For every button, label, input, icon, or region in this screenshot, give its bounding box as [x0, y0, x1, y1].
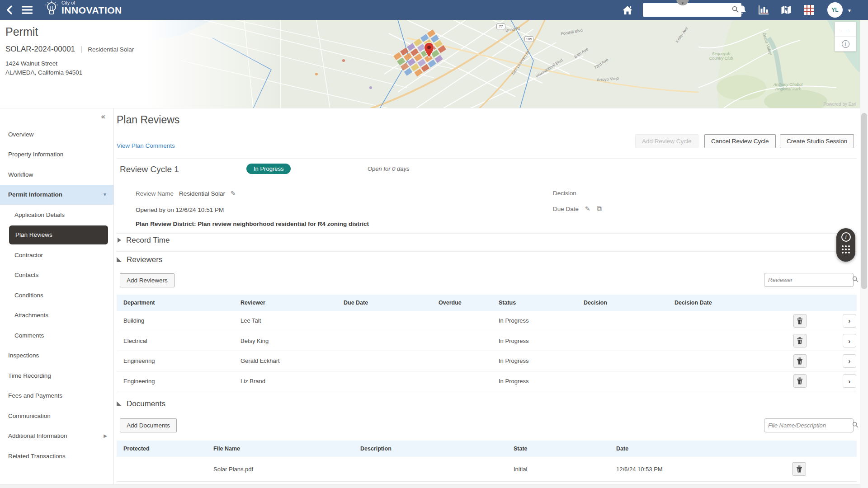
sidebar-item-related-transactions[interactable]: Related Transactions — [0, 446, 113, 466]
open-reviewer-detail-button[interactable]: › — [843, 374, 856, 388]
expanded-triangle-icon — [117, 399, 122, 408]
avatar[interactable]: YL — [827, 2, 843, 18]
sidebar-item-fees-and-payments[interactable]: Fees and Payments — [0, 386, 113, 406]
file-search — [764, 418, 854, 432]
sidebar-collapse-icon[interactable]: « — [101, 112, 105, 121]
decision-label: Decision — [553, 190, 576, 197]
delete-reviewer-button[interactable] — [793, 314, 807, 328]
cancel-review-cycle-button[interactable]: Cancel Review Cycle — [704, 134, 776, 148]
sidebar-item-overview[interactable]: Overview — [0, 124, 113, 145]
plan-review-district-line: Plan Review District: Plan review neighb… — [136, 221, 369, 227]
lightbulb-logo-icon — [44, 0, 59, 19]
sidebar-item-time-recording[interactable]: Time Recording — [0, 366, 113, 386]
reviewers-table-header: Department Reviewer Due Date Overdue Sta… — [117, 295, 857, 311]
vertical-scrollbar[interactable] — [860, 20, 868, 488]
scrollbar-thumb[interactable] — [861, 113, 867, 289]
reviewer-row: Electrical Betsy King In Progress › — [117, 331, 857, 352]
reviewers-section-header[interactable]: Reviewers — [117, 255, 162, 264]
delete-document-button[interactable] — [792, 462, 806, 476]
sidebar-item-plan-reviews[interactable]: Plan Reviews — [0, 225, 113, 245]
edit-review-name-icon[interactable]: ✎ — [231, 190, 236, 197]
search-icon[interactable] — [852, 276, 859, 284]
collapsed-triangle-icon — [117, 236, 122, 245]
notifications-bell-icon[interactable] — [735, 0, 749, 20]
delete-reviewer-button[interactable] — [793, 354, 807, 368]
permit-address-line1: 1424 Walnut Street — [5, 59, 134, 68]
permit-header: Permit SOLAR-2024-00001 | Residential So… — [5, 25, 134, 77]
open-for-days: Open for 0 days — [368, 165, 410, 172]
page-title: Permit — [5, 25, 134, 38]
record-time-section-header[interactable]: Record Time — [117, 236, 170, 245]
info-icon[interactable]: i — [841, 232, 851, 242]
permit-address-line2: ALAMEDA, California 94501 — [5, 68, 134, 77]
review-cycle-title: Review Cycle 1 — [120, 164, 179, 174]
divider — [117, 158, 857, 159]
sidebar-item-application-details[interactable]: Application Details — [0, 205, 113, 225]
sidebar-item-contacts[interactable]: Contacts — [0, 265, 113, 286]
open-reviewer-detail-button[interactable]: › — [843, 334, 856, 347]
city-logo: City of INNOVATION — [44, 0, 122, 19]
sidebar-item-conditions[interactable]: Conditions — [0, 285, 113, 305]
sidebar-item-comments[interactable]: Comments — [0, 325, 113, 346]
global-search — [643, 3, 741, 17]
reviewer-search — [764, 273, 854, 287]
sidebar-item-additional-information[interactable]: Additional Information▶ — [0, 426, 113, 446]
create-studio-session-button[interactable]: Create Studio Session — [780, 134, 854, 148]
application-window: City of INNOVATION ▾ YL — [0, 0, 868, 488]
add-review-cycle-button[interactable]: Add Review Cycle — [635, 134, 698, 148]
sidebar-item-property-information[interactable]: Property Information — [0, 145, 113, 165]
delete-reviewer-button[interactable] — [793, 374, 807, 388]
divider: | — [80, 45, 82, 53]
expanded-triangle-icon — [117, 255, 122, 264]
reviewer-search-input[interactable] — [764, 277, 852, 283]
keypad-icon[interactable] — [842, 245, 850, 253]
chevron-right-icon: ▶ — [104, 433, 107, 438]
document-row: Solar Plans.pdf Initial 12/6/24 10:53 PM — [117, 457, 857, 482]
reports-chart-icon[interactable] — [757, 0, 770, 20]
map-label: Anthony Chabot Regional Park — [769, 82, 807, 91]
file-search-input[interactable] — [764, 422, 852, 429]
documents-section-header[interactable]: Documents — [117, 399, 165, 408]
back-icon[interactable] — [5, 5, 14, 14]
edit-due-date-icon[interactable]: ✎ — [585, 205, 590, 212]
app-grid-icon[interactable] — [802, 0, 816, 20]
delete-reviewer-button[interactable] — [793, 334, 807, 347]
global-search-input[interactable] — [643, 4, 732, 16]
avatar-chevron-down-icon[interactable]: ▼ — [847, 8, 852, 13]
map-collapse-button[interactable]: — — [835, 22, 856, 37]
documents-table-header: Protected File Name Description State Da… — [117, 441, 857, 457]
add-documents-button[interactable]: Add Documents — [120, 418, 177, 432]
reviewer-row: Engineering Liz Brand In Progress › — [117, 371, 857, 392]
reviewer-row: Engineering Gerald Eckhart In Progress › — [117, 351, 857, 371]
top-navbar: City of INNOVATION ▾ YL — [0, 0, 868, 20]
sidebar-item-attachments[interactable]: Attachments — [0, 305, 113, 326]
search-icon[interactable] — [852, 422, 859, 430]
view-plan-comments-link[interactable]: View Plan Comments — [117, 142, 175, 149]
open-reviewer-detail-button[interactable]: › — [843, 314, 856, 328]
map-icon[interactable] — [779, 0, 793, 20]
map-label: Sequoyah Country Club — [705, 52, 737, 61]
left-sidebar: « Overview Property Information Workflow… — [0, 108, 114, 484]
add-reviewers-button[interactable]: Add Reviewers — [120, 273, 175, 287]
permit-type: Residential Solar — [88, 46, 134, 53]
sidebar-item-inspections[interactable]: Inspections — [0, 346, 113, 366]
highway-shield: 77 — [496, 23, 505, 29]
copy-due-date-icon[interactable]: ⧉ — [597, 205, 602, 213]
horizontal-scrollbar[interactable] — [0, 484, 868, 488]
sidebar-item-communication[interactable]: Communication — [0, 406, 113, 426]
divider — [117, 251, 857, 252]
floating-help-widget: i — [836, 228, 855, 262]
home-icon[interactable] — [622, 0, 633, 20]
sidebar-item-permit-information[interactable]: Permit Information▼ — [0, 185, 113, 205]
map-info-button[interactable]: i — [835, 37, 856, 51]
logo-innovation: INNOVATION — [61, 5, 122, 15]
sidebar-item-workflow[interactable]: Workflow — [0, 164, 113, 185]
chevron-down-icon: ▼ — [103, 192, 107, 197]
sidebar-item-contractor[interactable]: Contractor — [0, 245, 113, 265]
review-name-value: Residential Solar — [179, 190, 225, 197]
section-title: Plan Reviews — [117, 114, 179, 126]
hamburger-menu-icon[interactable] — [22, 6, 33, 14]
open-reviewer-detail-button[interactable]: › — [843, 354, 856, 368]
opened-by-line: Opened by on 12/6/24 10:51 PM — [136, 206, 224, 213]
map-banner: 77 185 Bond St Foothill Blvd 64th Ave 73… — [0, 20, 868, 108]
